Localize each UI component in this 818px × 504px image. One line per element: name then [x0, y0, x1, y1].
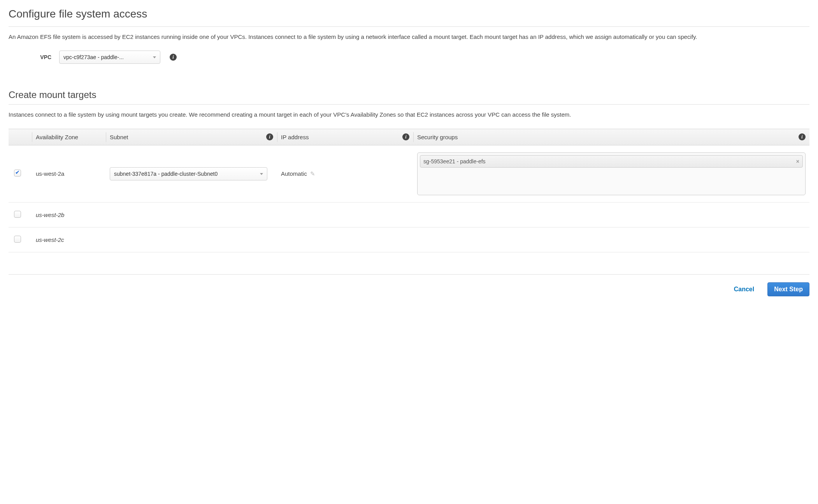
- security-groups-box[interactable]: sg-5953ee21 - paddle-efs ×: [417, 152, 806, 195]
- az-checkbox[interactable]: [14, 236, 21, 243]
- az-cell: us-west-2a: [32, 145, 106, 202]
- page-description: An Amazon EFS file system is accessed by…: [9, 32, 809, 41]
- vpc-row: VPC vpc-c9f273ae - paddle-... i: [9, 51, 809, 64]
- az-checkbox[interactable]: [14, 211, 21, 218]
- table-header-subnet: Subnet i: [106, 129, 277, 145]
- divider: [9, 26, 809, 27]
- ip-value: Automatic: [281, 170, 307, 177]
- info-icon[interactable]: i: [799, 133, 806, 140]
- az-cell: us-west-2b: [32, 202, 106, 227]
- az-cell: us-west-2c: [32, 227, 106, 252]
- next-step-button[interactable]: Next Step: [767, 282, 809, 296]
- mount-targets-description: Instances connect to a file system by us…: [9, 110, 809, 119]
- mount-targets-title: Create mount targets: [9, 89, 809, 100]
- subnet-select[interactable]: subnet-337e817a - paddle-cluster-Subnet0: [110, 167, 267, 180]
- divider: [9, 104, 809, 105]
- subnet-select-value: subnet-337e817a - paddle-cluster-Subnet0: [114, 171, 218, 177]
- mount-targets-table: Availability Zone Subnet i IP address i …: [9, 129, 809, 252]
- table-header-az: Availability Zone: [32, 129, 106, 145]
- chevron-down-icon: [260, 173, 263, 175]
- table-row: us-west-2c: [9, 227, 809, 252]
- info-icon[interactable]: i: [402, 133, 409, 140]
- page-title: Configure file system access: [9, 8, 809, 23]
- security-group-label: sg-5953ee21 - paddle-efs: [423, 158, 486, 165]
- close-icon[interactable]: ×: [796, 158, 799, 165]
- info-icon[interactable]: i: [266, 133, 273, 140]
- footer-actions: Cancel Next Step: [9, 282, 809, 296]
- info-icon[interactable]: i: [170, 54, 177, 61]
- chevron-down-icon: [153, 56, 156, 58]
- table-row: us-west-2b: [9, 202, 809, 227]
- vpc-label: VPC: [9, 54, 59, 60]
- table-row: us-west-2a subnet-337e817a - paddle-clus…: [9, 145, 809, 202]
- divider: [9, 274, 809, 275]
- az-checkbox[interactable]: [14, 170, 21, 177]
- table-header-sg: Security groups i: [413, 129, 809, 145]
- vpc-select-value: vpc-c9f273ae - paddle-...: [63, 54, 124, 60]
- cancel-button[interactable]: Cancel: [732, 285, 757, 293]
- edit-icon[interactable]: ✎: [310, 170, 315, 177]
- vpc-select[interactable]: vpc-c9f273ae - paddle-...: [59, 51, 160, 64]
- configure-efs-page: Configure file system access An Amazon E…: [0, 0, 818, 304]
- table-header-ip: IP address i: [277, 129, 413, 145]
- security-group-tag: sg-5953ee21 - paddle-efs ×: [420, 155, 803, 168]
- table-header-checkbox: [9, 129, 32, 145]
